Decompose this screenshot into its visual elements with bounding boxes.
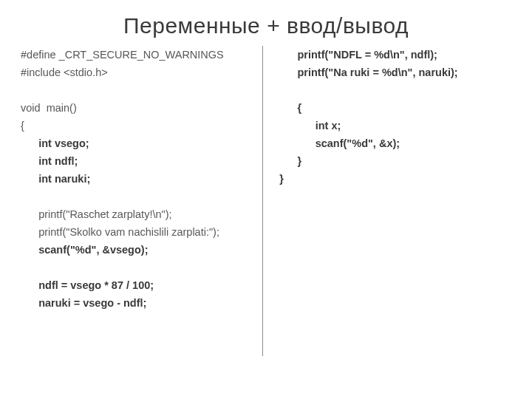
code-line: int vsego; <box>21 134 249 152</box>
blank-line <box>21 259 249 276</box>
code-line: int naruki; <box>21 170 249 188</box>
code-line: #include <stdio.h> <box>21 64 249 81</box>
blank-line <box>21 188 249 205</box>
code-line: printf("NDFL = %d\n", ndfl); <box>279 46 514 64</box>
code-line: scanf("%d", &x); <box>279 134 514 152</box>
code-line: { <box>279 99 514 117</box>
code-column-left: #define _CRT_SECURE_NO_WARNINGS #include… <box>21 46 262 356</box>
code-line: ndfl = vsego * 87 / 100; <box>21 276 249 294</box>
slide-title: Переменные + ввод/вывод <box>0 0 532 46</box>
code-line: printf("Na ruki = %d\n", naruki); <box>279 64 514 81</box>
code-line: } <box>279 152 514 170</box>
blank-line <box>21 81 249 99</box>
code-line: #define _CRT_SECURE_NO_WARNINGS <box>21 46 249 64</box>
code-line: printf("Raschet zarplaty!\n"); <box>21 205 249 223</box>
code-line: { <box>21 117 249 134</box>
code-line: } <box>279 170 514 188</box>
slide: Переменные + ввод/вывод #define _CRT_SEC… <box>0 0 532 399</box>
code-line: int ndfl; <box>21 152 249 170</box>
code-line: naruki = vsego - ndfl; <box>21 294 249 312</box>
code-line: printf("Skolko vam nachislili zarplati:"… <box>21 223 249 241</box>
code-line: int x; <box>279 117 514 134</box>
code-line: scanf("%d", &vsego); <box>21 241 249 259</box>
blank-line <box>279 81 514 99</box>
code-column-right: printf("NDFL = %d\n", ndfl); printf("Na … <box>262 46 514 356</box>
code-line: void main() <box>21 99 249 117</box>
columns: #define _CRT_SECURE_NO_WARNINGS #include… <box>0 46 532 356</box>
